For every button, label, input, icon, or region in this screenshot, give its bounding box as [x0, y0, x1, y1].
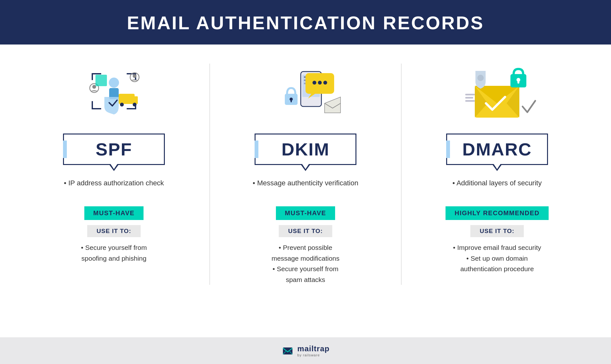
dmarc-accent-bar	[446, 141, 450, 158]
dmarc-use-item-2: • Set up own domain	[453, 253, 541, 264]
dmarc-badge: HIGHLY RECOMMENDED	[446, 206, 548, 220]
dkim-description: • Message authenticity verification	[253, 178, 358, 200]
dkim-use-item-1: • Prevent possible	[271, 242, 340, 253]
divider-2	[401, 64, 402, 285]
dmarc-use-item-3: authentication procedure	[453, 264, 541, 274]
spf-use-item-1: • Secure yourself from	[81, 242, 147, 253]
logo-name: mailtrap	[297, 344, 329, 353]
dkim-use-list: • Prevent possible message modifications…	[271, 242, 340, 285]
spf-use-label: USE IT TO:	[87, 225, 141, 237]
spf-use-list: • Secure yourself from spoofing and phis…	[81, 242, 147, 264]
dkim-use-item-3: • Secure yourself from	[271, 264, 340, 274]
svg-rect-39	[283, 347, 292, 354]
spf-illustration	[73, 64, 155, 127]
svg-rect-1	[92, 73, 93, 80]
svg-point-17	[133, 74, 137, 78]
spf-accent-bar	[63, 141, 67, 158]
divider-1	[209, 64, 210, 285]
page-header: EMAIL AUTHENTICATION RECORDS	[0, 0, 611, 45]
card-dmarc: DMARC • Additional layers of security HI…	[421, 64, 573, 285]
spf-description: • IP address authorization check	[64, 178, 164, 200]
card-dkim: DKIM • Message authenticity verification…	[229, 64, 382, 285]
svg-rect-30	[291, 99, 292, 102]
cards-row: SPF • IP address authorization check MUS…	[35, 64, 576, 285]
spf-label: SPF	[77, 139, 151, 160]
spf-badge: MUST-HAVE	[84, 206, 144, 220]
logo-sub: by railsware	[297, 353, 329, 357]
dmarc-label-box: DMARC	[446, 134, 548, 165]
svg-rect-37	[465, 97, 473, 99]
dmarc-illustration	[456, 64, 538, 127]
svg-point-35	[477, 75, 484, 81]
spf-use-item-2: spoofing and phishing	[81, 253, 147, 264]
dmarc-use-item-1: • Improve email fraud security	[453, 242, 541, 253]
page-title: EMAIL AUTHENTICATION RECORDS	[0, 12, 611, 33]
svg-rect-0	[92, 73, 101, 74]
main-content: SPF • IP address authorization check MUS…	[0, 45, 611, 337]
dkim-accent-bar	[255, 141, 258, 158]
dkim-label: DKIM	[268, 139, 343, 160]
dkim-label-box: DKIM	[255, 134, 356, 165]
dkim-use-label: USE IT TO:	[279, 225, 333, 237]
spf-label-box: SPF	[63, 134, 165, 165]
svg-rect-18	[95, 75, 107, 86]
svg-rect-5	[92, 101, 93, 109]
dkim-use-item-4: spam attacks	[271, 274, 340, 285]
svg-point-25	[313, 81, 316, 85]
svg-point-26	[318, 81, 322, 85]
dkim-use-item-2: message modifications	[271, 253, 340, 264]
svg-point-13	[133, 103, 137, 106]
mailtrap-logo-icon	[281, 344, 294, 357]
card-spf: SPF • IP address authorization check MUS…	[38, 64, 190, 285]
dmarc-description: • Additional layers of security	[453, 178, 542, 200]
logo-area: mailtrap by railsware	[281, 344, 329, 357]
svg-rect-34	[517, 80, 519, 84]
svg-rect-38	[465, 100, 475, 102]
svg-point-8	[109, 78, 119, 88]
svg-rect-4	[92, 108, 101, 109]
svg-point-12	[120, 103, 124, 106]
svg-point-27	[323, 81, 327, 85]
dmarc-label: DMARC	[460, 139, 534, 160]
dmarc-use-list: • Improve email fraud security • Set up …	[453, 242, 541, 274]
dkim-illustration	[264, 64, 347, 127]
dkim-badge: MUST-HAVE	[276, 206, 335, 220]
svg-rect-6	[127, 108, 136, 109]
logo-text: mailtrap by railsware	[297, 344, 329, 357]
page-footer: mailtrap by railsware	[0, 337, 611, 364]
dmarc-use-label: USE IT TO:	[470, 225, 524, 237]
svg-rect-36	[465, 94, 475, 95]
